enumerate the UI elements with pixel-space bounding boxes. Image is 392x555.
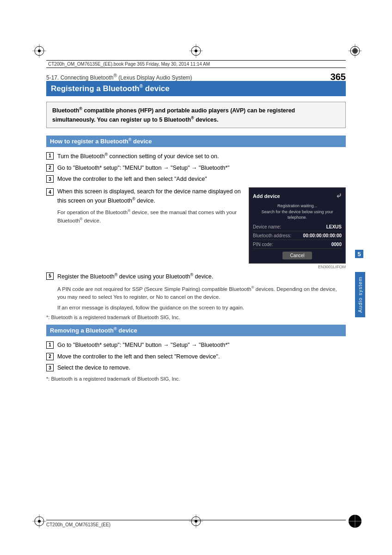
remove-step-3-text: Select the device to remove. [57,364,130,372]
info-box: Bluetooth® compatible phones (HFP) and p… [46,102,346,129]
step-3: 3 Move the controller to the left and th… [46,175,346,184]
step-4-container: 4 When this screen is displayed, search … [46,187,346,269]
step-3-text: Move the controller to the left and then… [57,175,207,184]
bottom-bar: CT200h_OM_OM76135E_(EE) [46,520,346,527]
device-screen-header: Add device ⤶ [253,191,342,200]
step-4-text: When this screen is displayed, search fo… [57,187,243,228]
file-info-bar: CT200h_OM_OM76135E_(EE).book Page 365 Fr… [46,60,346,68]
step-1-text: Turn the Bluetooth® connection setting o… [57,152,219,161]
remove-step-num-3: 3 [46,364,54,371]
step-2: 2 Go to "Bluetooth* setup": "MENU" butto… [46,164,346,173]
step-num-1: 1 [46,152,54,160]
main-content: Registering a Bluetooth® device Bluetoot… [46,81,346,509]
register-asterisk: *: Bluetooth is a registered trademark o… [46,314,346,320]
bottom-label: CT200h_OM_OM76135E_(EE) [46,522,110,527]
register-sub-heading: How to register a Bluetooth® device [46,136,346,147]
step-5-text: Register the Bluetooth® device using you… [57,272,213,281]
step-num-3: 3 [46,175,54,183]
corner-mark-tc [189,44,203,59]
step-4-subnote: For operation of the Bluetooth® device, … [57,208,243,225]
register-steps-list: 1 Turn the Bluetooth® connection setting… [46,152,346,184]
sidebar-label: Audio system [355,81,365,509]
section-heading: Registering a Bluetooth® device [46,81,346,96]
remove-step-num-1: 1 [46,341,54,349]
remove-sub-heading: Removing a Bluetooth® device [46,325,346,336]
remove-asterisk: *: Bluetooth is a registered trademark o… [46,376,346,382]
step-1: 1 Turn the Bluetooth® connection setting… [46,152,346,161]
remove-step-2-text: Move the controller to the left and then… [57,352,220,361]
file-info-text: CT200h_OM_OM76135E_(EE).book Page 365 Fr… [48,62,210,67]
corner-mark-br [348,514,362,530]
remove-step-1-text: Go to "Bluetooth* setup": "MENU" button … [57,341,230,350]
step-num-5: 5 [46,272,54,280]
step-5-note-1: A PIN code are not required for SSP (Sec… [57,285,346,301]
remove-step-num-2: 2 [46,353,54,360]
device-screen-cancel-area: Cancel [253,252,342,259]
step-num-2: 2 [46,164,54,172]
device-row-pin: PIN code: 0000 [253,242,342,249]
device-screen: Add device ⤶ Registration waiting... Sea… [249,187,346,264]
device-row-address: Bluetooth address: 00:00:00:00:00:00 [253,233,342,240]
corner-mark-bl [32,514,46,530]
sidebar-number: 5 [355,250,363,258]
device-screen-image: Add device ⤶ Registration waiting... Sea… [249,187,346,269]
step-4-left: 4 When this screen is displayed, search … [46,187,243,269]
cancel-button[interactable]: Cancel [282,252,312,259]
chapter-title: 5-17. Connecting Bluetooth® (Lexus Displ… [46,73,192,81]
device-screen-back: ⤶ [336,191,342,200]
device-screen-caption: EN3001LIFOM [249,265,346,269]
device-screen-title: Add device [253,193,280,199]
step-2-text: Go to "Bluetooth* setup": "MENU" button … [57,164,230,173]
step-num-4: 4 [46,188,54,196]
corner-mark-tl [32,44,46,59]
remove-step-3: 3 Select the device to remove. [46,364,346,372]
remove-step-1: 1 Go to "Bluetooth* setup": "MENU" butto… [46,341,346,350]
corner-mark-tr [348,44,362,59]
device-screen-subtitle: Registration waiting... Search for the d… [253,203,342,221]
device-row-name: Device name: LEXUS [253,224,342,231]
remove-steps-list: 1 Go to "Bluetooth* setup": "MENU" butto… [46,341,346,372]
step-5-note-2: If an error message is displayed, follow… [57,304,346,312]
step-5: 5 Register the Bluetooth® device using y… [46,272,346,281]
sidebar-label-text: Audio system [355,272,365,317]
step-5-list: 5 Register the Bluetooth® device using y… [46,272,346,281]
remove-step-2: 2 Move the controller to the left and th… [46,352,346,361]
